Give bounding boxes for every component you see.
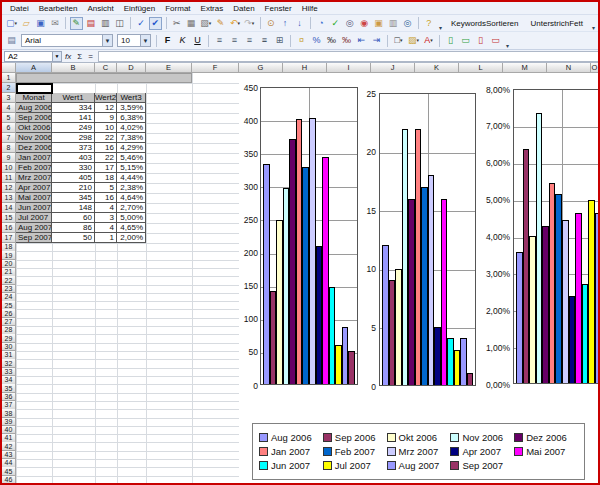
redo-icon[interactable]: ↷▾	[243, 17, 255, 30]
table-month-cell[interactable]: Mai 2007	[16, 193, 52, 203]
select-all-corner[interactable]	[2, 63, 16, 73]
chevron-down-icon[interactable]: ▼	[52, 52, 61, 61]
row-header-4[interactable]: 4	[2, 103, 16, 113]
table-month-cell[interactable]: Aug 2007	[16, 223, 52, 233]
bold-icon[interactable]: F	[161, 34, 174, 47]
background-color-icon[interactable]: ▨▾	[407, 34, 420, 47]
align-justify-icon[interactable]: ≡	[258, 34, 271, 47]
column-header-i[interactable]: I	[327, 63, 371, 73]
table-month-cell[interactable]: Jun 2007	[16, 203, 52, 213]
navigator-icon[interactable]: ◉	[358, 17, 370, 30]
column-header-b[interactable]: B	[52, 63, 95, 73]
insert-column-icon[interactable]: ▯	[444, 34, 457, 47]
sort-ascending-icon[interactable]: ↑	[279, 17, 291, 30]
column-header-n[interactable]: N	[547, 63, 591, 73]
table-value-cell[interactable]: 4,02%	[117, 123, 146, 133]
table-value-cell[interactable]: 6,38%	[117, 113, 146, 123]
table-value-cell[interactable]: 4,44%	[117, 173, 146, 183]
table-value-cell[interactable]: 4	[95, 203, 117, 213]
menu-datei[interactable]: Datei	[5, 4, 34, 13]
undo-icon[interactable]: ↶▾	[229, 17, 241, 30]
export-pdf-icon[interactable]: ▤	[85, 17, 97, 30]
sort-descending-icon[interactable]: ↓	[293, 17, 305, 30]
table-value-cell[interactable]: 249	[52, 123, 95, 133]
insert-row-icon[interactable]: ▭	[459, 34, 472, 47]
table-value-cell[interactable]: 16	[95, 193, 117, 203]
font-name-combo[interactable]: Arial▼	[21, 34, 113, 47]
table-value-cell[interactable]: 22	[95, 133, 117, 143]
column-header-g[interactable]: G	[239, 63, 283, 73]
add-decimal-icon[interactable]: ‰	[325, 34, 338, 47]
datapilot-icon[interactable]: ▥	[387, 17, 399, 30]
menu-format[interactable]: Format	[160, 4, 195, 13]
table-month-cell[interactable]: Jan 2007	[16, 153, 52, 163]
decrease-indent-icon[interactable]: ⇤	[355, 34, 368, 47]
table-value-cell[interactable]: 5,00%	[117, 213, 146, 223]
column-header-j[interactable]: J	[371, 63, 415, 73]
column-header-l[interactable]: L	[459, 63, 503, 73]
font-color-icon[interactable]: A▾	[422, 34, 435, 47]
currency-format-icon[interactable]: ¤	[295, 34, 308, 47]
italic-icon[interactable]: K	[176, 34, 189, 47]
cut-icon[interactable]: ✂	[171, 17, 183, 30]
table-value-cell[interactable]: 50	[52, 233, 95, 243]
row-header-46[interactable]: 46	[2, 476, 16, 484]
underline-icon[interactable]: U	[191, 34, 204, 47]
table-month-cell[interactable]: Feb 2007	[16, 163, 52, 173]
dropdown-arrow-icon[interactable]: ▾	[252, 17, 255, 30]
page-preview-icon[interactable]: ◫	[113, 17, 125, 30]
new-document-icon[interactable]: ▢▾	[5, 17, 18, 30]
row-header-16[interactable]: 16	[2, 223, 16, 233]
menu-extras[interactable]: Extras	[196, 4, 229, 13]
table-value-cell[interactable]: 373	[52, 143, 95, 153]
table-value-cell[interactable]: 210	[52, 183, 95, 193]
table-value-cell[interactable]: 4,64%	[117, 193, 146, 203]
table-value-cell[interactable]: 405	[52, 173, 95, 183]
row-header-8[interactable]: 8	[2, 143, 16, 153]
chevron-down-icon[interactable]: ▼	[140, 35, 150, 46]
insert-chart-icon[interactable]: ◔	[315, 17, 327, 30]
row-header-13[interactable]: 13	[2, 193, 16, 203]
active-cell-a2[interactable]	[16, 83, 53, 94]
toolbar-overflow-icon[interactable]: ▾	[439, 24, 442, 31]
column-header-e[interactable]: E	[146, 63, 192, 73]
row-header-2[interactable]: 2	[2, 83, 16, 93]
table-month-cell[interactable]: Dez 2006	[16, 143, 52, 153]
draw-functions-icon[interactable]: ✓	[329, 17, 341, 30]
find-replace-icon[interactable]: ◎	[343, 17, 355, 30]
table-month-cell[interactable]: Okt 2006	[16, 123, 52, 133]
table-value-cell[interactable]: 60	[52, 213, 95, 223]
save-icon[interactable]: ▣	[34, 17, 46, 30]
chart-legend[interactable]: Aug 2006Sep 2006Okt 2006Nov 2006Dez 2006…	[252, 423, 585, 480]
menu-fenster[interactable]: Fenster	[260, 4, 297, 13]
row-header-5[interactable]: 5	[2, 113, 16, 123]
row-header-14[interactable]: 14	[2, 203, 16, 213]
table-value-cell[interactable]: 22	[95, 153, 117, 163]
table-value-cell[interactable]: 18	[95, 173, 117, 183]
column-header-k[interactable]: K	[415, 63, 459, 73]
table-month-cell[interactable]: Mrz 2007	[16, 173, 52, 183]
table-value-cell[interactable]: 334	[52, 103, 95, 113]
dropdown-arrow-icon[interactable]: ▾	[400, 34, 403, 47]
open-folder-icon[interactable]: ▱	[20, 17, 32, 30]
table-month-cell[interactable]: Sep 2007	[16, 233, 52, 243]
chevron-down-icon[interactable]: ▼	[102, 35, 112, 46]
table-value-cell[interactable]: 4	[95, 223, 117, 233]
spellcheck-icon[interactable]: ✓	[135, 17, 147, 30]
clone-formatting-icon[interactable]: ✎	[214, 17, 226, 30]
increase-indent-icon[interactable]: ⇥	[370, 34, 383, 47]
table-value-cell[interactable]: 5,46%	[117, 153, 146, 163]
cell-reference-box[interactable]: A2 ▼	[4, 51, 62, 62]
table-value-cell[interactable]: 3,59%	[117, 103, 146, 113]
sum-button[interactable]: Σ	[74, 52, 85, 61]
column-header-d[interactable]: D	[117, 63, 146, 73]
table-value-cell[interactable]: 2,38%	[117, 183, 146, 193]
dropdown-arrow-icon[interactable]: ▾	[430, 34, 433, 47]
row-header-17[interactable]: 17	[2, 233, 16, 243]
row-header-11[interactable]: 11	[2, 173, 16, 183]
row-header-15[interactable]: 15	[2, 213, 16, 223]
table-value-cell[interactable]: 298	[52, 133, 95, 143]
dropdown-arrow-icon[interactable]: ▾	[417, 34, 420, 47]
row-header-12[interactable]: 12	[2, 183, 16, 193]
auto-spellcheck-icon[interactable]: ✔	[149, 17, 161, 30]
